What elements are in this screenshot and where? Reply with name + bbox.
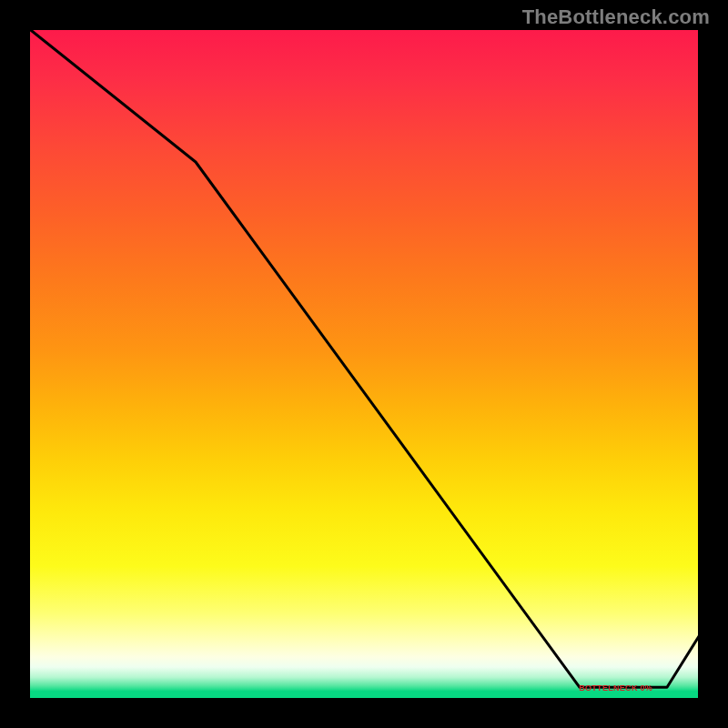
plot-area: BOTTELNECK 0% (27, 27, 701, 701)
curve-layer: BOTTELNECK 0% (27, 27, 701, 701)
watermark-text: TheBottleneck.com (522, 5, 710, 29)
chart-root: TheBottleneck.com BOTTELNECK 0% (0, 0, 728, 728)
bottleneck-curve (27, 27, 701, 687)
optimal-marker-label: BOTTELNECK 0% (579, 683, 652, 693)
